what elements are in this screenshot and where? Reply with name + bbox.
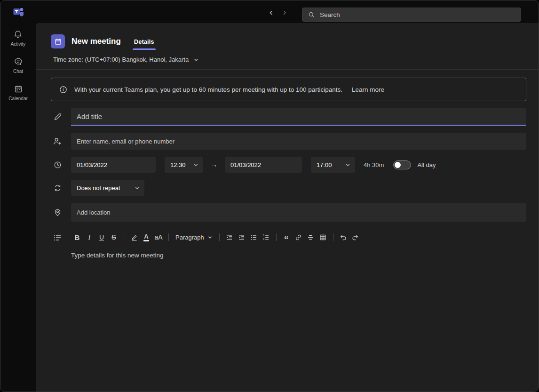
forward-button[interactable]: › bbox=[283, 7, 286, 17]
all-day-toggle[interactable] bbox=[393, 160, 411, 169]
timezone-label: Time zone: (UTC+07:00) Bangkok, Hanoi, J… bbox=[53, 56, 189, 63]
numbered-list-button[interactable]: 1 2 bbox=[260, 231, 272, 243]
meeting-title-input[interactable] bbox=[71, 108, 526, 126]
meeting-header: New meeting Details bbox=[36, 23, 539, 48]
end-date-input[interactable] bbox=[225, 157, 302, 173]
teams-logo bbox=[0, 6, 36, 18]
highlight-button[interactable] bbox=[128, 231, 140, 243]
font-color-icon: A bbox=[143, 233, 149, 241]
underline-button[interactable]: U bbox=[95, 231, 108, 243]
indent-button[interactable] bbox=[236, 231, 248, 243]
sidebar-item-label: Activity bbox=[11, 41, 26, 47]
chevron-down-icon bbox=[193, 57, 199, 63]
sidebar-item-calendar[interactable]: Calendar bbox=[8, 84, 28, 101]
blockquote-button[interactable]: “ bbox=[280, 231, 293, 243]
highlighter-icon bbox=[130, 233, 138, 241]
formatting-toolbar: B I U S A bbox=[71, 230, 526, 244]
location-input[interactable] bbox=[71, 203, 526, 222]
horizontal-rule-icon bbox=[307, 233, 315, 241]
meeting-details-textarea[interactable]: Type details for this new meeting bbox=[71, 252, 526, 392]
clock-icon bbox=[53, 160, 62, 169]
chevron-down-icon bbox=[345, 162, 350, 168]
table-icon bbox=[319, 233, 327, 241]
calendar-icon bbox=[14, 84, 23, 94]
bold-button[interactable]: B bbox=[71, 231, 83, 243]
outdent-icon bbox=[225, 233, 233, 241]
svg-text:1: 1 bbox=[263, 233, 264, 236]
sidebar-item-chat[interactable]: Chat bbox=[13, 57, 23, 74]
sidebar-item-activity[interactable]: Activity bbox=[11, 30, 26, 47]
title-row bbox=[53, 108, 526, 126]
start-time-dropdown[interactable]: 12:30 bbox=[165, 157, 203, 173]
all-day-label: All day bbox=[417, 161, 436, 168]
duration-label: 4h 30m bbox=[364, 161, 384, 168]
end-time-dropdown[interactable]: 17:00 bbox=[311, 157, 355, 173]
plan-banner: With your current Teams plan, you get up… bbox=[51, 78, 526, 101]
numbered-list-icon: 1 2 bbox=[262, 233, 270, 241]
bullet-list-button[interactable] bbox=[248, 231, 260, 243]
teams-window: ‹ › Activity bbox=[0, 0, 539, 392]
teams-logo-icon bbox=[12, 6, 24, 18]
repeat-row: Does not repeat bbox=[53, 180, 526, 196]
add-person-icon bbox=[53, 136, 62, 146]
chevron-down-icon bbox=[193, 162, 198, 168]
details-editor: B I U S A bbox=[71, 230, 526, 392]
search-icon bbox=[308, 11, 315, 18]
agenda-icon bbox=[53, 233, 62, 242]
italic-button[interactable]: I bbox=[83, 231, 95, 243]
redo-button[interactable] bbox=[349, 231, 362, 243]
attendees-input[interactable] bbox=[71, 133, 526, 150]
font-color-button[interactable]: A bbox=[140, 231, 152, 243]
learn-more-link[interactable]: Learn more bbox=[352, 86, 384, 93]
paragraph-style-value: Paragraph bbox=[175, 234, 204, 241]
start-date-input[interactable] bbox=[71, 157, 156, 173]
end-time-value: 17:00 bbox=[317, 161, 332, 168]
calendar-icon bbox=[54, 38, 62, 46]
app-rail: Activity Chat Calendar bbox=[0, 23, 36, 392]
repeat-dropdown[interactable]: Does not repeat bbox=[71, 180, 144, 196]
to-arrow-icon: → bbox=[210, 160, 218, 169]
toolbar-divider bbox=[276, 233, 277, 241]
start-time-value: 12:30 bbox=[170, 161, 186, 168]
undo-icon bbox=[339, 233, 347, 241]
location-row bbox=[53, 203, 526, 222]
bell-icon bbox=[13, 30, 23, 39]
repeat-icon bbox=[53, 184, 62, 192]
paragraph-style-dropdown[interactable]: Paragraph bbox=[173, 231, 215, 243]
back-button[interactable]: ‹ bbox=[270, 7, 273, 17]
location-pin-icon bbox=[53, 208, 62, 217]
toolbar-divider bbox=[333, 233, 333, 241]
chat-icon bbox=[14, 57, 23, 66]
outdent-button[interactable] bbox=[223, 231, 236, 243]
search-box[interactable] bbox=[302, 8, 521, 22]
sidebar-item-label: Calendar bbox=[8, 96, 28, 101]
strikethrough-button[interactable]: S bbox=[108, 231, 120, 243]
toolbar-divider bbox=[219, 233, 220, 241]
details-row: B I U S A bbox=[53, 230, 526, 392]
info-icon bbox=[59, 85, 68, 94]
toolbar-divider bbox=[168, 233, 169, 241]
plan-banner-text: With your current Teams plan, you get up… bbox=[74, 86, 342, 93]
insert-table-button[interactable] bbox=[317, 231, 329, 243]
datetime-row: 12:30 → 17:00 4h 30m All day bbox=[53, 157, 526, 173]
header-divider bbox=[36, 69, 539, 70]
tab-details[interactable]: Details bbox=[134, 38, 154, 50]
history-nav: ‹ › bbox=[270, 0, 286, 23]
undo-button[interactable] bbox=[337, 231, 349, 243]
font-size-button[interactable]: aA bbox=[152, 231, 165, 243]
page-title: New meeting bbox=[71, 37, 121, 46]
horizontal-rule-button[interactable] bbox=[305, 231, 317, 243]
indent-icon bbox=[238, 233, 246, 241]
body: Activity Chat Calendar bbox=[0, 23, 539, 392]
redo-icon bbox=[351, 233, 359, 241]
search-input[interactable] bbox=[320, 11, 515, 18]
timezone-selector[interactable]: Time zone: (UTC+07:00) Bangkok, Hanoi, J… bbox=[53, 56, 539, 63]
pencil-icon bbox=[53, 112, 62, 121]
attendees-row bbox=[53, 133, 526, 150]
bullet-list-icon bbox=[250, 233, 258, 241]
insert-link-button[interactable] bbox=[293, 231, 305, 243]
new-meeting-panel: New meeting Details Time zone: (UTC+07:0… bbox=[36, 23, 539, 392]
top-bar: ‹ › bbox=[0, 0, 539, 23]
toolbar-divider bbox=[124, 233, 124, 241]
link-icon bbox=[294, 233, 302, 241]
